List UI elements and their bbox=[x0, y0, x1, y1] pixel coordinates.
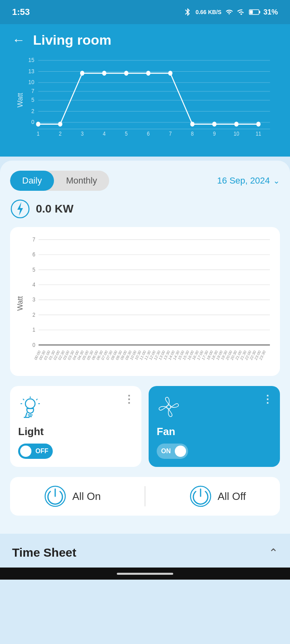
svg-point-24 bbox=[168, 71, 172, 75]
main-card: Daily Monthly 16 Sep, 2024 ⌄ 0.0 KW Watt bbox=[0, 161, 290, 534]
chevron-down-icon: ⌄ bbox=[273, 176, 280, 186]
svg-point-26 bbox=[212, 122, 216, 126]
svg-rect-1 bbox=[250, 10, 253, 14]
energy-value: 0.0 KW bbox=[36, 202, 73, 215]
light-toggle[interactable]: OFF bbox=[18, 444, 53, 459]
light-icon bbox=[18, 395, 42, 419]
svg-text:1: 1 bbox=[33, 326, 35, 333]
svg-rect-2 bbox=[259, 11, 260, 13]
svg-text:5: 5 bbox=[31, 97, 34, 103]
fan-toggle-knob bbox=[175, 446, 186, 457]
all-off-button[interactable]: All Off bbox=[189, 485, 246, 508]
energy-icon bbox=[10, 199, 30, 219]
svg-text:3: 3 bbox=[81, 130, 84, 137]
signal-icon bbox=[237, 8, 246, 17]
fan-device-name: Fan bbox=[157, 425, 272, 438]
svg-text:5: 5 bbox=[33, 266, 35, 273]
svg-point-105 bbox=[25, 399, 35, 409]
svg-text:7: 7 bbox=[31, 88, 34, 95]
fan-menu-button[interactable]: ⋮ bbox=[262, 393, 273, 406]
speed-indicator: 0.66 KB/S bbox=[195, 9, 222, 15]
svg-text:6: 6 bbox=[33, 251, 35, 258]
energy-row: 0.0 KW bbox=[10, 199, 280, 219]
all-on-label: All On bbox=[72, 490, 101, 503]
fan-device-card: ⋮ Fan ON bbox=[149, 386, 280, 467]
light-toggle-wrapper[interactable]: OFF bbox=[18, 444, 133, 459]
svg-text:9: 9 bbox=[213, 130, 216, 137]
bottom-chart-y-label: Watt bbox=[16, 235, 25, 372]
light-menu-button[interactable]: ⋮ bbox=[124, 393, 135, 406]
svg-text:1: 1 bbox=[37, 130, 39, 137]
top-chart-y-label: Watt bbox=[16, 56, 25, 144]
svg-point-18 bbox=[36, 122, 40, 126]
svg-text:6: 6 bbox=[147, 130, 150, 137]
bottom-chart: 7 6 5 4 3 2 1 0 00:00 00:30 01:00 01:30 … bbox=[27, 235, 274, 372]
svg-line-113 bbox=[25, 413, 27, 417]
all-on-power-icon bbox=[44, 485, 66, 508]
bluetooth-icon bbox=[183, 8, 192, 17]
svg-text:7: 7 bbox=[33, 236, 35, 243]
status-time: 1:53 bbox=[12, 7, 30, 17]
svg-text:5: 5 bbox=[125, 130, 128, 137]
view-toggle-row: Daily Monthly 16 Sep, 2024 ⌄ bbox=[10, 171, 280, 191]
back-button[interactable]: ← bbox=[12, 33, 25, 47]
tab-daily[interactable]: Daily bbox=[10, 171, 54, 191]
date-selector[interactable]: 16 Sep, 2024 ⌄ bbox=[217, 175, 280, 186]
svg-point-21 bbox=[102, 71, 106, 75]
svg-point-23 bbox=[146, 71, 150, 75]
svg-point-20 bbox=[80, 71, 84, 75]
light-toggle-label: OFF bbox=[33, 448, 51, 455]
svg-point-27 bbox=[234, 122, 238, 126]
fan-toggle-label: ON bbox=[159, 448, 173, 455]
tab-group: Daily Monthly bbox=[10, 171, 109, 191]
fan-icon bbox=[157, 395, 181, 419]
all-on-button[interactable]: All On bbox=[44, 485, 101, 508]
svg-text:11: 11 bbox=[256, 130, 261, 137]
home-indicator bbox=[117, 573, 173, 575]
tab-monthly[interactable]: Monthly bbox=[54, 171, 109, 191]
svg-point-28 bbox=[257, 122, 261, 126]
all-off-power-icon bbox=[189, 485, 212, 508]
svg-point-22 bbox=[124, 71, 128, 75]
all-controls-card: All On All Off bbox=[10, 477, 280, 516]
light-device-card: ⋮ Light OFF bbox=[10, 386, 141, 467]
top-chart-container: Watt 15 13 10 7 5 2 0 bbox=[12, 56, 278, 144]
bottom-chart-card: Watt 7 6 5 4 3 2 1 0 0 bbox=[10, 227, 280, 376]
svg-point-19 bbox=[58, 122, 62, 126]
svg-point-25 bbox=[191, 122, 195, 126]
svg-text:3: 3 bbox=[33, 296, 35, 303]
svg-text:8: 8 bbox=[191, 130, 194, 137]
svg-text:13: 13 bbox=[28, 68, 34, 74]
time-sheet-label: Time Sheet bbox=[12, 546, 77, 559]
time-sheet-row: Time Sheet ⌃ bbox=[0, 534, 290, 568]
page-title: Living room bbox=[33, 32, 112, 48]
header: ← Living room Watt 15 13 10 7 5 2 0 bbox=[0, 24, 290, 157]
svg-text:10: 10 bbox=[234, 130, 239, 137]
bottom-chart-wrapper: Watt 7 6 5 4 3 2 1 0 0 bbox=[16, 235, 274, 372]
all-off-label: All Off bbox=[218, 490, 246, 503]
battery-percent: 31% bbox=[263, 8, 278, 17]
status-bar: 1:53 0.66 KB/S 31% bbox=[0, 0, 290, 24]
svg-text:2: 2 bbox=[33, 311, 35, 318]
date-label: 16 Sep, 2024 bbox=[217, 175, 270, 186]
svg-text:15: 15 bbox=[28, 57, 34, 64]
light-device-name: Light bbox=[18, 425, 133, 438]
svg-text:0: 0 bbox=[31, 119, 34, 126]
svg-line-109 bbox=[23, 399, 24, 400]
svg-text:4: 4 bbox=[33, 281, 35, 288]
svg-text:7: 7 bbox=[169, 130, 172, 137]
light-toggle-knob bbox=[20, 446, 31, 457]
svg-line-110 bbox=[36, 399, 37, 400]
svg-text:4: 4 bbox=[103, 130, 106, 137]
wifi-icon bbox=[225, 8, 234, 16]
fan-toggle-wrapper[interactable]: ON bbox=[157, 444, 272, 459]
svg-text:10: 10 bbox=[28, 79, 34, 86]
status-icons: 0.66 KB/S 31% bbox=[183, 8, 278, 17]
svg-text:0: 0 bbox=[33, 341, 35, 348]
bottom-nav-bar bbox=[0, 568, 290, 580]
svg-text:2: 2 bbox=[59, 130, 62, 137]
chevron-up-icon[interactable]: ⌃ bbox=[269, 546, 278, 559]
controls-divider bbox=[145, 486, 145, 506]
fan-toggle[interactable]: ON bbox=[157, 444, 188, 459]
device-cards-row: ⋮ Light OFF ⋮ Fan bbox=[10, 386, 280, 467]
